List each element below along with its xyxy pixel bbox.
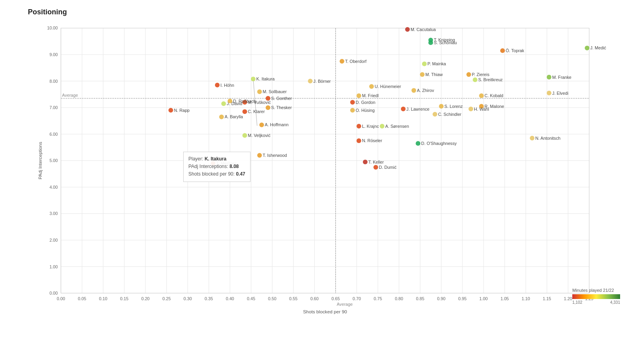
svg-text:A. Barylla: A. Barylla [225,114,243,119]
svg-point-153 [380,124,385,129]
svg-point-125 [228,99,233,104]
svg-point-99 [473,78,478,82]
svg-text:0.90: 0.90 [437,296,446,301]
svg-point-145 [219,115,224,119]
svg-text:C. Schindler: C. Schindler [438,112,462,117]
svg-text:H. Wahl: H. Wahl [474,107,489,111]
svg-point-85 [429,40,433,45]
svg-point-169 [374,165,378,170]
svg-text:T. Keller: T. Keller [368,160,384,164]
svg-text:1.00: 1.00 [480,296,488,301]
svg-text:S. Schonlau: S. Schonlau [434,40,457,45]
svg-text:C. Klarer: C. Klarer [248,109,265,114]
svg-text:1.20: 1.20 [564,296,572,301]
svg-point-149 [259,123,264,127]
svg-text:D. Gordon: D. Gordon [356,100,376,105]
svg-point-155 [356,124,361,129]
svg-text:M. Veljković: M. Veljković [248,133,270,138]
svg-point-101 [547,75,552,80]
svg-text:Shots blocked per 90: Shots blocked per 90 [303,309,347,314]
svg-point-103 [369,84,374,89]
svg-text:1.10: 1.10 [522,296,530,301]
svg-text:P. Ziereis: P. Ziereis [472,72,489,77]
svg-text:C. Kobald: C. Kobald [485,93,503,98]
svg-text:Average: Average [337,302,353,307]
svg-text:1.05: 1.05 [501,296,509,301]
svg-text:A. Hoffmann: A. Hoffmann [265,122,289,127]
svg-text:T. Meißner: T. Meißner [216,161,237,166]
svg-point-121 [221,101,226,106]
svg-point-111 [411,88,416,93]
svg-point-129 [401,107,406,111]
svg-point-165 [257,153,262,158]
svg-text:0.60: 0.60 [310,296,319,301]
svg-text:2.00: 2.00 [49,238,58,242]
svg-text:D. Dumić: D. Dumić [379,165,397,170]
svg-text:6.00: 6.00 [49,132,58,137]
svg-text:P. Mainka: P. Mainka [427,61,446,66]
svg-text:S. Breitkreuz: S. Breitkreuz [478,77,503,82]
svg-text:M. Cacutalua: M. Cacutalua [411,27,436,32]
svg-text:0.25: 0.25 [162,296,171,301]
svg-text:1.00: 1.00 [49,264,58,269]
svg-point-141 [547,91,552,96]
svg-point-171 [211,161,215,166]
svg-text:A. Sørensen: A. Sørensen [385,124,409,129]
svg-point-137 [479,93,484,98]
svg-point-109 [251,77,256,82]
svg-point-87 [500,48,505,53]
svg-point-113 [257,89,262,94]
svg-text:S. Thesker: S. Thesker [271,105,292,110]
svg-text:10.00: 10.00 [47,25,58,30]
svg-text:0.00: 0.00 [57,296,65,301]
svg-text:J. Lawrence: J. Lawrence [406,107,429,111]
legend-min: 1,102 [572,300,582,305]
svg-text:0.05: 0.05 [78,296,86,301]
svg-point-91 [422,62,427,66]
svg-text:4.00: 4.00 [49,185,58,190]
svg-point-93 [340,59,345,64]
svg-point-89 [585,46,589,51]
svg-text:A. Zhirov: A. Zhirov [417,88,435,93]
svg-text:0.20: 0.20 [141,296,150,301]
svg-text:1.15: 1.15 [543,296,551,301]
svg-text:5.00: 5.00 [49,158,58,163]
svg-text:0.75: 0.75 [374,296,382,301]
svg-point-167 [363,160,368,164]
svg-point-161 [416,141,421,146]
svg-text:PAdj Interceptions: PAdj Interceptions [37,142,43,179]
svg-text:D. Roßbach: D. Roßbach [233,99,256,104]
svg-text:S. Gonther: S. Gonther [271,96,292,101]
svg-point-143 [168,108,173,113]
legend-labels: 1,102 4,331 [572,300,620,305]
svg-point-117 [356,93,361,98]
svg-text:0.50: 0.50 [268,296,276,301]
svg-point-151 [350,108,355,113]
svg-point-127 [266,105,270,110]
svg-text:J. Medić: J. Medić [590,45,607,50]
svg-text:0.40: 0.40 [226,296,234,301]
svg-point-95 [420,72,425,77]
svg-text:M. Sollbauer: M. Sollbauer [263,89,287,94]
svg-point-119 [350,100,355,105]
svg-text:U. Hünemeier: U. Hünemeier [375,84,401,89]
svg-point-97 [466,72,471,77]
svg-point-157 [243,133,247,138]
scatter-chart: 0.001.002.003.004.005.006.007.008.009.00… [28,20,628,317]
svg-text:K. Itakura: K. Itakura [256,76,275,81]
svg-text:L. Krajnc: L. Krajnc [362,124,379,129]
svg-text:J. Elvedi: J. Elvedi [552,91,568,96]
svg-text:0.80: 0.80 [395,296,403,301]
svg-text:T. Oberdorf: T. Oberdorf [345,59,366,64]
page-title: Positioning [28,8,628,16]
svg-text:0.35: 0.35 [205,296,213,301]
svg-text:0.65: 0.65 [331,296,340,301]
chart-area: 0.001.002.003.004.005.006.007.008.009.00… [28,20,628,317]
legend-max: 4,331 [610,300,620,305]
svg-text:J. Börner: J. Börner [313,79,331,84]
svg-text:0.70: 0.70 [352,296,361,301]
svg-text:M. Franke: M. Franke [552,75,571,80]
legend: Minutes played 21/22 1,102 4,331 [572,288,620,305]
svg-text:N. Antonitsch: N. Antonitsch [535,136,560,141]
svg-text:T. Isherwood: T. Isherwood [263,153,287,158]
